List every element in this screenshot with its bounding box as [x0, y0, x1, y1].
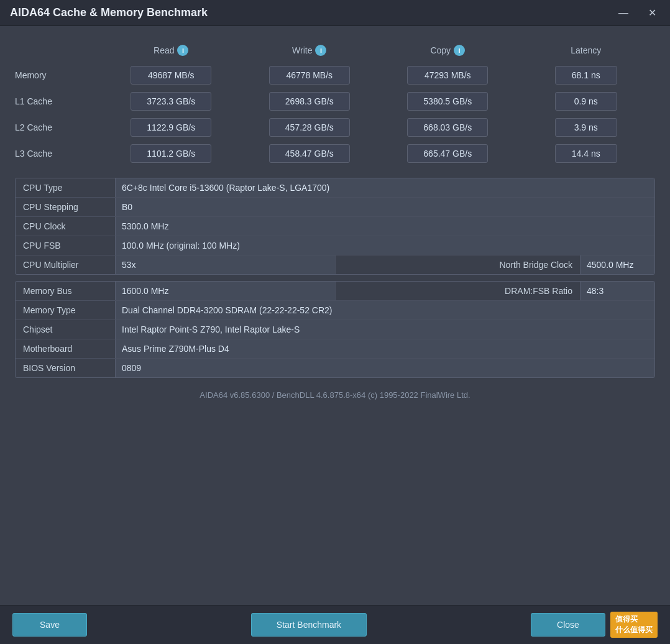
window-controls: — ✕	[615, 7, 660, 19]
memory-bus-row: Memory Bus 1600.0 MHz DRAM:FSB Ratio 48:…	[16, 282, 654, 301]
row-label-l2: L2 Cache	[15, 114, 102, 140]
cpu-type-label: CPU Type	[16, 178, 115, 197]
copy-info-icon[interactable]: i	[454, 45, 465, 56]
bios-value: 0809	[115, 359, 654, 377]
cpu-stepping-value: B0	[115, 198, 654, 216]
motherboard-value: Asus Prime Z790M-Plus D4	[115, 339, 654, 358]
l3-latency-value: 14.4 ns	[555, 144, 617, 163]
memory-copy-value: 47293 MB/s	[407, 66, 488, 85]
start-benchmark-button[interactable]: Start Benchmark	[251, 613, 367, 637]
cpu-clock-row: CPU Clock 5300.0 MHz	[16, 217, 654, 236]
memory-info-block: Memory Bus 1600.0 MHz DRAM:FSB Ratio 48:…	[15, 281, 655, 378]
cpu-clock-value: 5300.0 MHz	[115, 217, 654, 236]
cpu-type-value: 6C+8c Intel Core i5-13600 (Raptor Lake-S…	[115, 178, 654, 197]
memory-bus-label: Memory Bus	[16, 282, 115, 300]
dram-fsb-half: DRAM:FSB Ratio 48:3	[335, 282, 655, 300]
cpu-stepping-row: CPU Stepping B0	[16, 198, 654, 217]
memory-bus-half: Memory Bus 1600.0 MHz	[16, 282, 335, 300]
l2-latency-value: 3.9 ns	[555, 118, 617, 137]
l2-write-cell: 457.28 GB/s	[241, 114, 379, 140]
motherboard-row: Motherboard Asus Prime Z790M-Plus D4	[16, 339, 654, 359]
col-header-latency: Latency	[517, 39, 656, 62]
cpu-multiplier-half: CPU Multiplier 53x	[16, 255, 335, 274]
cpu-fsb-row: CPU FSB 100.0 MHz (original: 100 MHz)	[16, 236, 654, 255]
chipset-value: Intel Raptor Point-S Z790, Intel Raptor …	[115, 320, 654, 339]
col-header-write: Write i	[241, 39, 379, 62]
north-bridge-half: North Bridge Clock 4500.0 MHz	[335, 255, 655, 274]
cpu-multiplier-row: CPU Multiplier 53x North Bridge Clock 45…	[16, 255, 654, 274]
memory-type-label: Memory Type	[16, 301, 115, 320]
l2-write-value: 457.28 GB/s	[269, 118, 350, 137]
chipset-row: Chipset Intel Raptor Point-S Z790, Intel…	[16, 320, 654, 339]
window-title: AIDA64 Cache & Memory Benchmark	[10, 6, 208, 19]
row-label-memory: Memory	[15, 62, 102, 88]
watermark: 值得买 什么值得买	[610, 612, 658, 638]
main-content: Read i Write i Copy i Latency Memory 496…	[0, 26, 670, 605]
l1-copy-value: 5380.5 GB/s	[407, 92, 488, 111]
memory-read-cell: 49687 MB/s	[102, 62, 241, 88]
cpu-multiplier-label: CPU Multiplier	[16, 255, 115, 274]
memory-type-value: Dual Channel DDR4-3200 SDRAM (22-22-22-5…	[115, 301, 654, 320]
l1-latency-value: 0.9 ns	[555, 92, 617, 111]
cpu-clock-label: CPU Clock	[16, 217, 115, 236]
col-header-read: Read i	[102, 39, 241, 62]
l1-write-value: 2698.3 GB/s	[269, 92, 350, 111]
cpu-fsb-value: 100.0 MHz (original: 100 MHz)	[115, 236, 654, 255]
chipset-label: Chipset	[16, 320, 115, 339]
memory-write-cell: 46778 MB/s	[241, 62, 379, 88]
l2-latency-cell: 3.9 ns	[517, 114, 656, 140]
minimize-button[interactable]: —	[615, 7, 632, 19]
l3-read-cell: 1101.2 GB/s	[102, 140, 241, 167]
l3-copy-value: 665.47 GB/s	[407, 144, 488, 163]
footer-text: AIDA64 v6.85.6300 / BenchDLL 4.6.875.8-x…	[15, 384, 655, 405]
l3-write-value: 458.47 GB/s	[269, 144, 350, 163]
bios-row: BIOS Version 0809	[16, 359, 654, 377]
benchmark-table: Read i Write i Copy i Latency Memory 496…	[15, 39, 655, 167]
title-bar: AIDA64 Cache & Memory Benchmark — ✕	[0, 0, 670, 26]
cpu-stepping-label: CPU Stepping	[16, 198, 115, 216]
north-bridge-value: 4500.0 MHz	[580, 255, 654, 274]
cpu-multiplier-value: 53x	[115, 255, 335, 274]
memory-read-value: 49687 MB/s	[131, 66, 211, 85]
memory-latency-value: 68.1 ns	[555, 66, 617, 85]
bottom-bar: Save Start Benchmark Close 值得买 什么值得买	[0, 605, 670, 644]
col-header-empty	[15, 39, 102, 62]
row-label-l1: L1 Cache	[15, 88, 102, 114]
read-info-icon[interactable]: i	[177, 45, 188, 56]
watermark-line1: 值得买	[615, 614, 653, 625]
dram-fsb-value: 48:3	[580, 282, 654, 300]
cpu-info-block: CPU Type 6C+8c Intel Core i5-13600 (Rapt…	[15, 178, 655, 275]
dram-fsb-label: DRAM:FSB Ratio	[497, 282, 580, 300]
l3-read-value: 1101.2 GB/s	[131, 144, 211, 163]
l1-copy-cell: 5380.5 GB/s	[379, 88, 517, 114]
l1-write-cell: 2698.3 GB/s	[241, 88, 379, 114]
memory-type-row: Memory Type Dual Channel DDR4-3200 SDRAM…	[16, 301, 654, 320]
l3-copy-cell: 665.47 GB/s	[379, 140, 517, 167]
memory-copy-cell: 47293 MB/s	[379, 62, 517, 88]
col-header-copy: Copy i	[379, 39, 517, 62]
memory-write-value: 46778 MB/s	[269, 66, 350, 85]
motherboard-label: Motherboard	[16, 339, 115, 358]
close-button[interactable]: ✕	[645, 7, 660, 19]
row-label-l3: L3 Cache	[15, 140, 102, 167]
l2-read-cell: 1122.9 GB/s	[102, 114, 241, 140]
watermark-line2: 什么值得买	[615, 625, 653, 635]
l2-copy-cell: 668.03 GB/s	[379, 114, 517, 140]
cpu-type-row: CPU Type 6C+8c Intel Core i5-13600 (Rapt…	[16, 178, 654, 198]
l2-copy-value: 668.03 GB/s	[407, 118, 488, 137]
north-bridge-label: North Bridge Clock	[492, 255, 581, 274]
close-button-bottom[interactable]: Close	[531, 613, 605, 637]
l3-write-cell: 458.47 GB/s	[241, 140, 379, 167]
l2-read-value: 1122.9 GB/s	[131, 118, 211, 137]
watermark-badge: 值得买 什么值得买	[610, 612, 658, 638]
l1-read-cell: 3723.3 GB/s	[102, 88, 241, 114]
memory-bus-value: 1600.0 MHz	[115, 282, 335, 300]
l1-read-value: 3723.3 GB/s	[131, 92, 211, 111]
l1-latency-cell: 0.9 ns	[517, 88, 656, 114]
save-button[interactable]: Save	[12, 613, 87, 637]
l3-latency-cell: 14.4 ns	[517, 140, 656, 167]
bios-label: BIOS Version	[16, 359, 115, 377]
write-info-icon[interactable]: i	[315, 45, 326, 56]
cpu-fsb-label: CPU FSB	[16, 236, 115, 255]
memory-latency-cell: 68.1 ns	[517, 62, 656, 88]
